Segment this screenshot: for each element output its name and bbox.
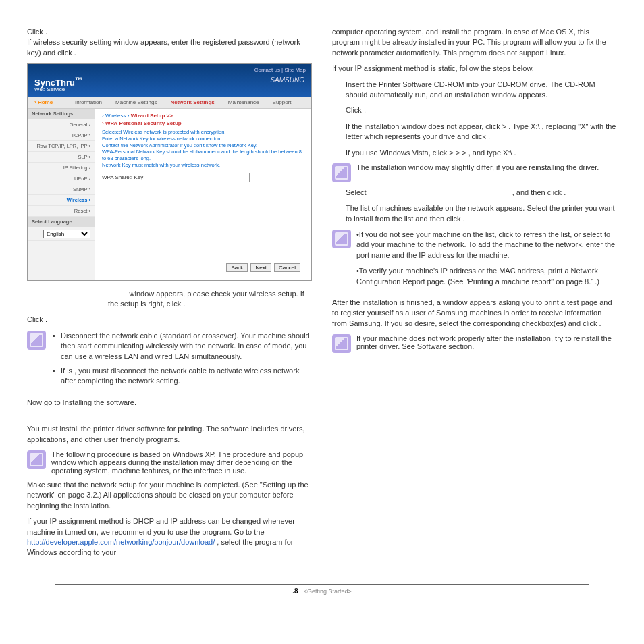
- note-box: •If you do not see your machine on the l…: [332, 230, 617, 292]
- paragraph: You must install the printer driver soft…: [27, 424, 312, 445]
- button-row: Back Next Cancel: [102, 259, 304, 276]
- wpa-key-field: WPA Shared Key:: [102, 173, 304, 182]
- step: Select , and then click .: [346, 188, 617, 198]
- sidebar-item[interactable]: General ›: [28, 119, 95, 130]
- list-item: If is , you must disconnect the network …: [61, 366, 312, 387]
- paragraph: xxxxxxxxxxxxxxxxxxxxxxxxxxx window appea…: [27, 289, 312, 310]
- text: Click: [27, 28, 45, 36]
- bonjour-link[interactable]: http://developer.apple.com/networking/bo…: [27, 538, 215, 546]
- page-number: .8: [292, 587, 298, 595]
- paragraph: Click . If wireless security setting win…: [27, 27, 312, 58]
- crumb-wizard: Wizard Setup >>: [131, 113, 173, 119]
- step: If you use Windows Vista, click > > > , …: [346, 148, 617, 158]
- tab-maintenance[interactable]: Maintenance: [221, 97, 266, 108]
- step: Insert the Printer Software CD-ROM into …: [346, 80, 617, 101]
- syncthru-screenshot: Contact us | Site Map SAMSUNG SyncThru™ …: [27, 63, 312, 281]
- cancel-button[interactable]: Cancel: [274, 263, 300, 272]
- breadcrumb: › Wireless › Wizard Setup >>: [102, 113, 304, 119]
- sidebar-item[interactable]: Reset ›: [28, 206, 95, 217]
- tab-home[interactable]: › Home: [28, 97, 68, 108]
- left-column: Click . If wireless security setting win…: [27, 27, 312, 564]
- text: .: [183, 300, 185, 308]
- language-select[interactable]: English: [43, 230, 90, 238]
- note-icon: [332, 163, 351, 182]
- paragraph: If your IP assignment method is static, …: [332, 63, 617, 74]
- text: , and then click .: [512, 188, 566, 196]
- tab-bar: › Home Information Machine Settings Netw…: [28, 97, 311, 109]
- sidebar-item[interactable]: SNMP ›: [28, 184, 95, 195]
- sidebar-lang-header: Select Language: [28, 217, 95, 227]
- paragraph: computer operating system, and install t…: [332, 27, 617, 58]
- brand-label: SAMSUNG: [270, 76, 304, 84]
- note-box: The following procedure is based on Wind…: [27, 450, 312, 475]
- note-icon: [27, 450, 46, 469]
- header-links: Contact us | Site Map: [254, 67, 306, 73]
- tab-support[interactable]: Support: [266, 97, 298, 108]
- note-box: If your machine does not work properly a…: [332, 334, 617, 353]
- logo-sub: Web Service: [34, 86, 82, 92]
- wpa-key-label: WPA Shared Key:: [102, 174, 144, 180]
- note-box: The installation window may slightly dif…: [332, 163, 617, 182]
- sidebar-item[interactable]: UPnP ›: [28, 173, 95, 184]
- note-icon: [332, 334, 351, 353]
- section-title: › WPA-Personal Security Setup: [102, 120, 304, 126]
- section-description: Selected Wireless network is protected w…: [102, 129, 304, 169]
- text: Click: [27, 315, 45, 323]
- text: If wireless security setting window appe…: [27, 38, 300, 56]
- language-selector: English: [28, 227, 95, 241]
- note-text: The following procedure is based on Wind…: [51, 450, 312, 475]
- note-text: The installation window may slightly dif…: [356, 163, 617, 182]
- sidebar-item[interactable]: Raw TCP/IP, LPR, IPP ›: [28, 141, 95, 152]
- paragraph: Now go to Installing the software.: [27, 398, 312, 408]
- text: .: [45, 315, 47, 323]
- logo: SyncThru™ Web Service: [34, 76, 82, 92]
- screenshot-header: Contact us | Site Map SAMSUNG SyncThru™ …: [28, 64, 311, 97]
- list-item: Disconnect the network cable (standard o…: [61, 331, 312, 362]
- text: .: [74, 49, 76, 57]
- note-icon: [27, 331, 46, 350]
- paragraph: Click .: [27, 315, 312, 325]
- sidebar: Network Settings General › TCP/IP › Raw …: [28, 109, 95, 280]
- screenshot-main: › Wireless › Wizard Setup >> › WPA-Perso…: [95, 109, 311, 280]
- note-text: •To verify your machine's IP address or …: [356, 266, 617, 287]
- tab-information[interactable]: Information: [68, 97, 109, 108]
- sidebar-item[interactable]: SLP ›: [28, 152, 95, 163]
- step: The list of machines available on the ne…: [346, 203, 617, 224]
- tab-network-settings[interactable]: Network Settings: [163, 97, 221, 108]
- paragraph: After the installation is finished, a wi…: [332, 298, 617, 329]
- note-text: If your machine does not work properly a…: [356, 334, 617, 353]
- back-button[interactable]: Back: [226, 263, 248, 272]
- page-footer: .8 <Getting Started>: [55, 584, 589, 597]
- text: .: [45, 28, 47, 36]
- section-label: <Getting Started>: [304, 588, 352, 595]
- crumb-text: › Wireless ›: [102, 113, 131, 119]
- next-button[interactable]: Next: [250, 263, 271, 272]
- text: Select: [346, 188, 369, 196]
- tab-machine-settings[interactable]: Machine Settings: [109, 97, 163, 108]
- note-icon: [332, 230, 351, 248]
- sidebar-item[interactable]: IP Filtering ›: [28, 163, 95, 173]
- sidebar-item[interactable]: TCP/IP ›: [28, 130, 95, 141]
- note-box: Disconnect the network cable (standard o…: [27, 331, 312, 392]
- text: If your IP assignment method is DHCP and…: [27, 517, 295, 535]
- text: window appears, please check your wirele…: [108, 290, 304, 308]
- step: If the installation window does not appe…: [346, 122, 617, 142]
- paragraph: Make sure that the network setup for you…: [27, 480, 312, 511]
- step: Click .: [346, 105, 617, 115]
- wpa-key-input[interactable]: [149, 173, 250, 182]
- note-text: •If you do not see your machine on the l…: [356, 230, 617, 261]
- paragraph: If your IP assignment method is DHCP and…: [27, 516, 312, 558]
- sidebar-item-wireless[interactable]: Wireless ›: [28, 195, 95, 206]
- right-column: computer operating system, and install t…: [332, 27, 617, 564]
- sidebar-header: Network Settings: [28, 109, 95, 119]
